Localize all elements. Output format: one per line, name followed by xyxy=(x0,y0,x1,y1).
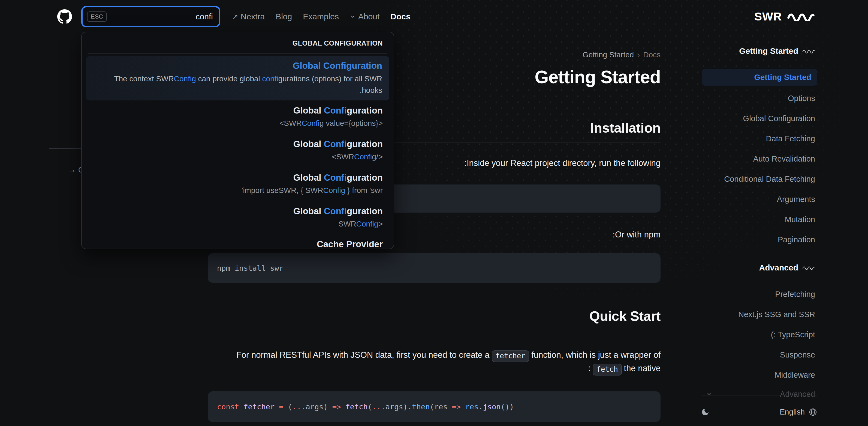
sidebar-item-data-fetching[interactable]: Data Fetching xyxy=(766,133,815,145)
fetcher-code: const fetcher = (...args) => fetch(...ar… xyxy=(217,402,514,411)
main-nav: ↗ Nextra Blog Examples About Docs xyxy=(232,12,410,21)
sidebar-item-auto-revalidation[interactable]: Auto Revalidation xyxy=(753,153,815,165)
sidebar-item-nextjs-ssg-ssr[interactable]: Next.js SSG and SSR xyxy=(738,308,815,320)
search-input[interactable]: ESC confi xyxy=(81,6,220,27)
sidebar-collapsed-advanced[interactable]: Advanced xyxy=(700,388,815,401)
result-group-header: GLOBAL CONFIGURATION xyxy=(292,39,383,47)
result-group-cache-provider[interactable]: Cache Provider xyxy=(317,239,383,249)
dropdown-divider xyxy=(88,54,387,54)
heading-installation: Installation xyxy=(590,120,660,136)
breadcrumb-chevron-icon: › xyxy=(637,50,640,59)
sidebar-item-mutation[interactable]: Mutation xyxy=(785,214,815,225)
search-result[interactable]: Global Configuration xyxy=(293,172,383,183)
moon-icon xyxy=(701,408,710,417)
language-switcher[interactable]: English xyxy=(780,408,817,417)
external-link-icon: ↗ xyxy=(232,12,238,21)
sidebar-section-getting-started: Getting Started xyxy=(739,47,815,56)
code-block-fetcher[interactable]: const fetcher = (...args) => fetch(...ar… xyxy=(208,391,660,422)
sidebar-item-pagination[interactable]: Pagination xyxy=(778,234,815,246)
sidebar-item-options[interactable]: Options xyxy=(788,92,815,104)
breadcrumb: Getting Started › Docs xyxy=(583,50,660,59)
sidebar-item-middleware[interactable]: Middleware xyxy=(775,369,815,381)
section-divider xyxy=(208,330,660,330)
search-query: confi xyxy=(195,12,213,22)
search-result[interactable]: Global Configuration xyxy=(293,139,383,149)
nav-link-nextra[interactable]: ↗ Nextra xyxy=(232,12,265,21)
search-result[interactable]: Global Configuration xyxy=(293,206,383,217)
sidebar-item-typescript[interactable]: (: TypeScript xyxy=(771,329,815,341)
text-caret xyxy=(195,12,195,22)
sidebar-footer: English xyxy=(700,403,817,421)
nav-menu-about[interactable]: About xyxy=(350,12,379,21)
quick-start-paragraph-line2: :fetchthe native xyxy=(588,364,660,375)
search-result-snippet[interactable]: <SWRConfig/> xyxy=(332,152,383,161)
inline-code-fetch: fetch xyxy=(593,364,622,375)
heading-quick-start: Quick Start xyxy=(589,308,660,324)
squiggle-icon xyxy=(802,265,815,270)
search-result[interactable]: Global Configuration xyxy=(293,105,383,116)
npm-install-code: npm install swr xyxy=(217,264,283,272)
sidebar-item-conditional-data-fetching[interactable]: Conditional Data Fetching xyxy=(724,173,815,185)
swr-squiggle-icon xyxy=(787,12,815,21)
sidebar-item-arguments[interactable]: Arguments xyxy=(777,193,815,205)
swr-logo[interactable]: SWR xyxy=(754,10,815,23)
chevron-down-icon xyxy=(706,391,713,398)
swr-logo-text: SWR xyxy=(754,10,782,23)
quick-start-paragraph-line1: For normal RESTful APIs with JSON data, … xyxy=(236,347,660,363)
globe-icon xyxy=(809,408,817,417)
code-block-npm-install[interactable]: npm install swr xyxy=(208,253,660,283)
github-icon[interactable] xyxy=(57,9,72,24)
result-title: Global Configuration xyxy=(93,61,382,71)
result-description: The context SWRConfig can provide global… xyxy=(93,73,382,96)
esc-key-hint: ESC xyxy=(87,11,107,22)
nav-link-blog[interactable]: Blog xyxy=(276,12,292,21)
sidebar-item-global-configuration[interactable]: Global Configuration xyxy=(743,112,815,124)
chevron-down-icon xyxy=(350,13,356,20)
docs-sidebar: Getting Started Getting Started Options … xyxy=(700,33,815,426)
search-result-snippet[interactable]: 'import useSWR, { SWRConfig } from 'swr xyxy=(242,186,383,195)
sidebar-item-suspense[interactable]: Suspense xyxy=(780,349,815,361)
squiggle-icon xyxy=(802,49,815,54)
sidebar-item-prefetching[interactable]: Prefetching xyxy=(775,288,815,300)
sidebar-item-getting-started[interactable]: Getting Started xyxy=(702,69,817,86)
toc-divider xyxy=(49,148,82,149)
nav-link-docs[interactable]: Docs xyxy=(391,12,410,21)
top-navbar: ESC confi ↗ Nextra Blog Examples About D… xyxy=(0,0,868,33)
search-result-snippet[interactable]: <SWRConfig value={options}> xyxy=(279,119,383,128)
search-results-dropdown: GLOBAL CONFIGURATION Global Configuratio… xyxy=(81,32,394,249)
nav-link-examples[interactable]: Examples xyxy=(303,12,339,21)
or-with-npm-paragraph: :Or with npm xyxy=(613,230,660,239)
sidebar-section-advanced: Advanced xyxy=(759,263,815,272)
theme-toggle-button[interactable] xyxy=(700,407,711,418)
breadcrumb-parent[interactable]: Getting Started xyxy=(583,51,634,59)
sidebar-footer-divider xyxy=(702,395,817,395)
inline-code-fetcher: fetcher xyxy=(492,350,529,362)
search-result-selected[interactable]: Global Configuration The context SWRConf… xyxy=(86,56,389,101)
page-title: Getting Started xyxy=(535,66,660,87)
installation-paragraph: :Inside your React project directory, ru… xyxy=(464,158,660,168)
search-result-snippet[interactable]: SWRConfig> xyxy=(338,220,383,228)
breadcrumb-current: Docs xyxy=(643,51,660,59)
